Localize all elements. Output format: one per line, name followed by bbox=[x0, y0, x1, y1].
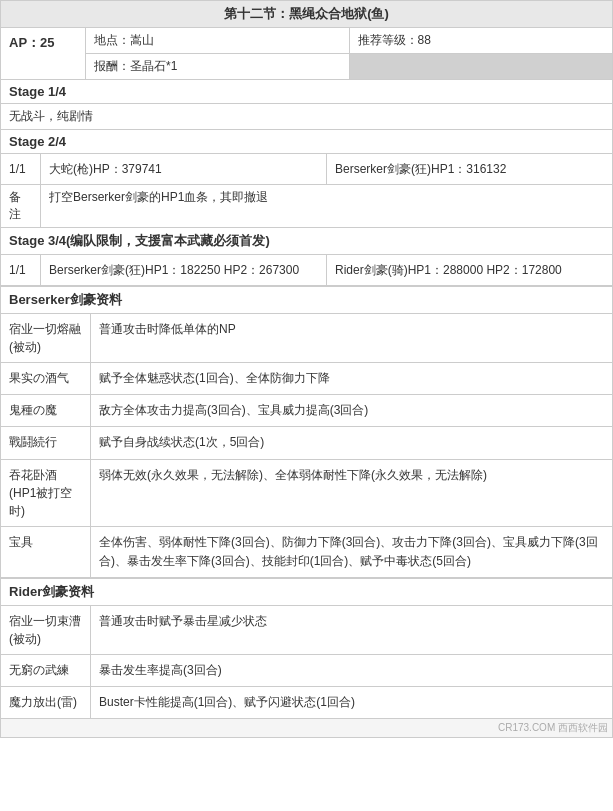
rider-skill-3: 魔力放出(雷) Buster卡性能提高(1回合)、赋予闪避状态(1回合) bbox=[1, 687, 612, 719]
berserker-skill-2: 果实の酒气 赋予全体魅惑状态(1回合)、全体防御力下降 bbox=[1, 363, 612, 395]
location-row: 地点：嵩山 推荐等级：88 bbox=[86, 28, 612, 54]
rider-skill-1-name: 宿业一切束漕(被动) bbox=[1, 606, 91, 654]
berserker-skill-1: 宿业一切熔融(被动) 普通攻击时降低单体的NP bbox=[1, 314, 612, 363]
rider-skill-3-desc: Buster卡性能提高(1回合)、赋予闪避状态(1回合) bbox=[91, 687, 612, 718]
location-cell: 地点：嵩山 bbox=[86, 28, 350, 53]
stage-1-header: Stage 1/4 bbox=[1, 80, 612, 104]
reward-empty bbox=[350, 54, 613, 79]
stage-3-header: Stage 3/4(编队限制，支援富本武藏必须首发) bbox=[1, 228, 612, 255]
stage-3-enemy-row: 1/1 Berserker剑豪(狂)HP1：182250 HP2：267300 … bbox=[1, 255, 612, 286]
page-wrapper: 第十二节：黑绳众合地狱(鱼) AP：25 地点：嵩山 推荐等级：88 报酬：圣晶… bbox=[0, 0, 613, 738]
stage-2-remark-row: 备注 打空Berserker剑豪的HP1血条，其即撤退 bbox=[1, 185, 612, 228]
stage-3-enemy-right: Rider剑豪(骑)HP1：288000 HP2：172800 bbox=[327, 255, 612, 285]
stage-3-enemy-left: Berserker剑豪(狂)HP1：182250 HP2：267300 bbox=[41, 255, 327, 285]
watermark: CR173.COM 西西软件园 bbox=[1, 719, 612, 737]
berserker-skill-2-name: 果实の酒气 bbox=[1, 363, 91, 394]
rider-skill-2-desc: 暴击发生率提高(3回合) bbox=[91, 655, 612, 686]
info-section: AP：25 地点：嵩山 推荐等级：88 报酬：圣晶石*1 bbox=[1, 28, 612, 80]
stage-2-remark-content: 打空Berserker剑豪的HP1血条，其即撤退 bbox=[41, 185, 612, 227]
rider-skill-2-name: 无窮の武練 bbox=[1, 655, 91, 686]
berserker-skill-2-desc: 赋予全体魅惑状态(1回合)、全体防御力下降 bbox=[91, 363, 612, 394]
stage-2-header: Stage 2/4 bbox=[1, 130, 612, 154]
berserker-skill-6-desc: 全体伤害、弱体耐性下降(3回合)、防御力下降(3回合)、攻击力下降(3回合)、宝… bbox=[91, 527, 612, 577]
berserker-skill-4: 戰鬪続行 赋予自身战续状态(1次，5回合) bbox=[1, 427, 612, 459]
berserker-section-header: Berserker剑豪资料 bbox=[1, 286, 612, 314]
stage-2-enemy-right: Berserker剑豪(狂)HP1：316132 bbox=[327, 154, 612, 184]
berserker-skill-6: 宝具 全体伤害、弱体耐性下降(3回合)、防御力下降(3回合)、攻击力下降(3回合… bbox=[1, 527, 612, 578]
berserker-skill-1-name: 宿业一切熔融(被动) bbox=[1, 314, 91, 362]
berserker-skill-3-name: 鬼種の魔 bbox=[1, 395, 91, 426]
stage-2-enemy-cells: 大蛇(枪)HP：379741 Berserker剑豪(狂)HP1：316132 bbox=[41, 154, 612, 184]
recommend-cell: 推荐等级：88 bbox=[350, 28, 613, 53]
berserker-skill-5: 吞花卧酒 (HP1被打空时) 弱体无效(永久效果，无法解除)、全体弱体耐性下降(… bbox=[1, 460, 612, 527]
stage-2-enemy-row: 1/1 大蛇(枪)HP：379741 Berserker剑豪(狂)HP1：316… bbox=[1, 154, 612, 185]
berserker-skill-5-desc: 弱体无效(永久效果，无法解除)、全体弱体耐性下降(永久效果，无法解除) bbox=[91, 460, 612, 526]
stage-2-enemy-num: 1/1 bbox=[1, 154, 41, 184]
stage-3-enemy-cells: Berserker剑豪(狂)HP1：182250 HP2：267300 Ride… bbox=[41, 255, 612, 285]
stage-2-enemy-left: 大蛇(枪)HP：379741 bbox=[41, 154, 327, 184]
rider-skill-3-name: 魔力放出(雷) bbox=[1, 687, 91, 718]
reward-row: 报酬：圣晶石*1 bbox=[86, 54, 612, 79]
stage-3-enemy-num: 1/1 bbox=[1, 255, 41, 285]
berserker-skill-6-name: 宝具 bbox=[1, 527, 91, 577]
rider-skill-1-desc: 普通攻击时赋予暴击星减少状态 bbox=[91, 606, 612, 654]
stage-1-note: 无战斗，纯剧情 bbox=[1, 104, 612, 130]
rider-skill-1: 宿业一切束漕(被动) 普通攻击时赋予暴击星减少状态 bbox=[1, 606, 612, 655]
rider-skill-2: 无窮の武練 暴击发生率提高(3回合) bbox=[1, 655, 612, 687]
rider-section-header: Rider剑豪资料 bbox=[1, 578, 612, 606]
berserker-skill-5-name: 吞花卧酒 (HP1被打空时) bbox=[1, 460, 91, 526]
info-right: 地点：嵩山 推荐等级：88 报酬：圣晶石*1 bbox=[86, 28, 612, 79]
ap-label: AP：25 bbox=[1, 28, 86, 79]
reward-cell: 报酬：圣晶石*1 bbox=[86, 54, 350, 79]
berserker-skill-4-name: 戰鬪続行 bbox=[1, 427, 91, 458]
berserker-skill-1-desc: 普通攻击时降低单体的NP bbox=[91, 314, 612, 362]
berserker-skill-3: 鬼種の魔 敌方全体攻击力提高(3回合)、宝具威力提高(3回合) bbox=[1, 395, 612, 427]
stage-2-remark-label: 备注 bbox=[1, 185, 41, 227]
page-title: 第十二节：黑绳众合地狱(鱼) bbox=[1, 1, 612, 28]
berserker-skill-3-desc: 敌方全体攻击力提高(3回合)、宝具威力提高(3回合) bbox=[91, 395, 612, 426]
berserker-skill-4-desc: 赋予自身战续状态(1次，5回合) bbox=[91, 427, 612, 458]
